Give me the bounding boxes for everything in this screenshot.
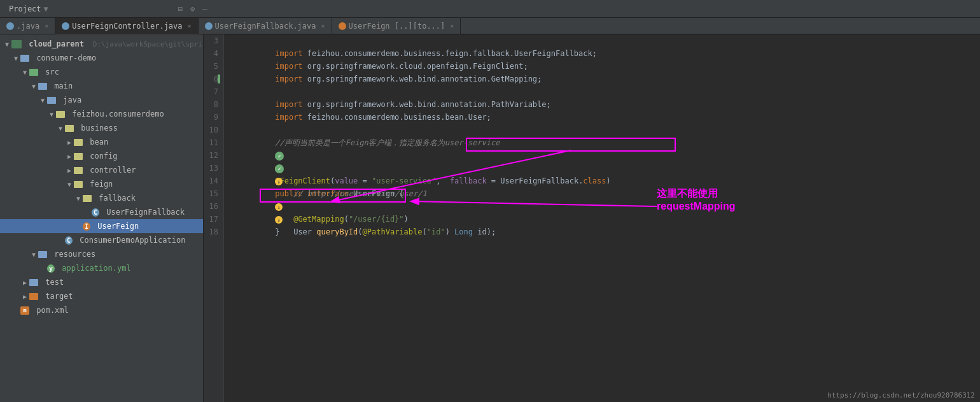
code-line-16: ↓ User queryById(@PathVariable("id") Lon… [229,200,975,213]
label-feizhou: feizhou.consumerdemo [67,110,164,118]
arrow-target: ▶ [20,293,29,300]
tab-close-java[interactable]: ✕ [45,22,48,29]
label-main: main [50,82,73,90]
tree-consumerdemoapp[interactable]: ▶ C ConsumerDemoApplication [0,233,203,247]
code-line-3: import feizhou.consumerdemo.business.fei… [229,34,975,47]
folder-icon-main [38,83,47,90]
tab-userfeign[interactable]: UserFeign [..][to...] ✕ [332,18,461,34]
code-line-15: ↓ @GetMapping("/user/{id}") [229,187,975,200]
code-line-7 [229,85,975,98]
settings-icon[interactable]: ⚙ [190,4,195,13]
yml-icon-applicationyml: y [47,264,55,273]
tab-icon-ufc [62,22,69,30]
folder-icon-cloudparent [11,40,22,48]
tree-fallback[interactable]: ▼ fallback [0,191,203,205]
label-consumer-demo: consumer-demo [32,54,96,62]
arrow-consumer-demo: ▼ [11,55,20,62]
watermark: https://blog.csdn.net/zhou920786312 [827,391,975,399]
tree-test[interactable]: ▶ test [0,275,203,289]
tab-close-uf[interactable]: ✕ [450,22,454,29]
code-line-4: import org.springframework.cloud.openfei… [229,47,975,60]
label-resources: resources [50,250,95,259]
arrow-test: ▶ [20,279,29,286]
folder-icon-target [29,293,38,300]
tab-icon-java [6,22,14,30]
main-layout: ▼ cloud_parent D:\java\workSpace\git\spr… [0,34,980,402]
code-line-13 [229,162,975,175]
tree-userfeign[interactable]: ▶ I UserFeign [0,219,203,233]
tree-feign[interactable]: ▼ feign [0,177,203,191]
label-cloud-parent: cloud_parent [24,39,88,48]
code-line-6: import org.springframework.web.bind.anno… [229,73,975,85]
folder-icon-feign [74,181,83,188]
tree-bean[interactable]: ▶ bean [0,135,203,149]
code-line-9 [229,111,975,124]
tree-userfeignfallback[interactable]: ▶ C UserFeignFallback [0,205,203,219]
code-line-12: ✓ ↓ public interface UserFeign { [229,149,975,162]
folder-icon-controller [74,167,83,174]
label-business: business [76,124,118,133]
label-userfeign: UserFeign [93,222,139,231]
code-line-14: // http://user-service/user/1 [229,175,975,187]
folder-icon-test [29,279,38,286]
folder-icon-bean [74,139,83,146]
arrow-bean: ▶ [65,139,74,146]
minimize-icon[interactable]: ⊟ [178,4,183,13]
tree-src[interactable]: ▼ src [0,65,203,79]
tree-applicationyml[interactable]: ▶ y application.yml [0,261,203,275]
folder-icon-consumer [20,55,29,62]
label-bean: bean [85,138,108,147]
tree-controller[interactable]: ▶ controller [0,163,203,177]
arrow-fallback: ▼ [74,195,83,202]
folder-icon-business [65,125,74,132]
tab-userfeigncontroller[interactable]: UserFeignController.java ✕ [55,18,198,34]
tab-label-ufc: UserFeignController.java [72,22,182,31]
tab-label-uff: UserFeignFallback.java [215,22,316,31]
class-icon-consumerdemoapp: C [65,236,73,245]
tree-feizhou[interactable]: ▼ feizhou.consumerdemo [0,107,203,121]
tab-userfeignfallback[interactable]: UserFeignFallback.java ✕ [199,18,332,34]
tab-close-ufc[interactable]: ✕ [188,22,192,29]
top-bar: Project ▼ ⊟ ⚙ — [0,0,980,18]
label-applicationyml: application.yml [57,264,131,273]
tab-icon-uff [205,22,213,30]
code-line-10: //声明当前类是一个Feign客户端，指定服务名为user-service [229,124,975,136]
code-editor[interactable]: import feizhou.consumerdemo.business.fei… [224,34,980,402]
label-pomxml: pom.xml [32,306,69,315]
xml-icon-pomxml: m [20,306,29,315]
folder-icon-src [29,69,38,76]
arrow-feign: ▼ [65,181,74,188]
tree-consumer-demo[interactable]: ▼ consumer-demo [0,51,203,65]
folder-icon-resources [38,251,47,258]
folder-icon-config [74,153,83,160]
label-src: src [41,68,59,76]
tree-pomxml[interactable]: ▶ m pom.xml [0,303,203,317]
tree-target[interactable]: ▶ target [0,289,203,303]
topbar-title[interactable]: Project [9,4,41,13]
class-icon-userfeignfallback: C [92,208,99,217]
tree-cloud-parent[interactable]: ▼ cloud_parent D:\java\workSpace\git\spr… [0,37,203,51]
tree-resources[interactable]: ▼ resources [0,247,203,261]
arrow-feizhou: ▼ [47,111,56,118]
code-line-17: } [229,213,975,226]
tree-business[interactable]: ▼ business [0,121,203,135]
arrow-cloud-parent: ▼ [3,41,11,48]
tabs-bar: .java ✕ UserFeignController.java ✕ UserF… [0,18,980,34]
project-tree: ▼ cloud_parent D:\java\workSpace\git\spr… [0,34,204,402]
tree-main[interactable]: ▼ main [0,79,203,93]
code-container[interactable]: 3 4 5 6 7 8 9 10 11 12 13 14 15 16 17 18 [204,34,980,402]
arrow-business: ▼ [56,125,65,132]
tree-config[interactable]: ▶ config [0,149,203,163]
tab-java[interactable]: .java ✕ [0,18,55,34]
arrow-src: ▼ [20,69,29,76]
folder-icon-fallback [83,195,92,202]
interface-icon-userfeign: I [83,222,90,231]
tab-label-java: .java [17,22,39,31]
tree-java[interactable]: ▼ java [0,93,203,107]
code-line-5: import org.springframework.web.bind.anno… [229,60,975,73]
tab-close-uff[interactable]: ✕ [321,22,325,29]
editor-area: 3 4 5 6 7 8 9 10 11 12 13 14 15 16 17 18 [204,34,980,402]
label-test: test [41,278,64,287]
label-fallback: fallback [94,194,136,203]
close-icon[interactable]: — [202,4,207,13]
